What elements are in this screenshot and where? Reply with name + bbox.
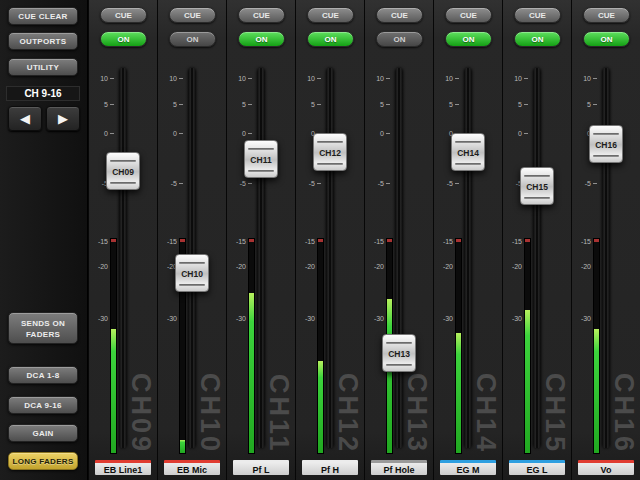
arrow-right-icon: ▶ <box>58 111 68 126</box>
channel-number-watermark: CH11 <box>263 374 294 454</box>
channel-number-watermark: CH14 <box>470 373 501 454</box>
fader-cap[interactable]: CH11 <box>244 140 278 178</box>
channel-number-watermark: CH09 <box>125 373 156 454</box>
long-faders-button[interactable]: LONG FADERS <box>8 452 78 470</box>
outports-button[interactable]: OUTPORTS <box>8 32 78 50</box>
scale-tick: -30 <box>230 315 246 322</box>
meter-peak-indicator <box>111 239 116 242</box>
channel-name-tag[interactable]: Pf H <box>302 460 358 475</box>
on-button[interactable]: ON <box>307 31 354 47</box>
fader-cap-label: CH10 <box>176 269 208 279</box>
scale-tick: -30 <box>575 315 591 322</box>
fader-cap[interactable]: CH16 <box>589 125 623 163</box>
meter-fill <box>249 293 254 454</box>
level-meter <box>593 238 600 454</box>
channel-strip: CUE ON 1050-5-15-20-30 CH12 CH12 Pf H <box>295 0 364 480</box>
meter-fill <box>180 440 185 453</box>
fader-cap-label: CH16 <box>590 140 622 150</box>
fader-cap[interactable]: CH13 <box>382 334 416 372</box>
dca-9-16-button[interactable]: DCA 9-16 <box>8 396 78 414</box>
on-button[interactable]: ON <box>514 31 561 47</box>
level-meter <box>248 238 255 454</box>
on-button[interactable]: ON <box>376 31 423 47</box>
scale-tick: -15 <box>161 238 177 245</box>
sends-on-faders-button[interactable]: SENDS ON FADERS <box>8 312 78 344</box>
on-button[interactable]: ON <box>445 31 492 47</box>
fader-cap-label: CH15 <box>521 182 553 192</box>
fader-cap[interactable]: CH15 <box>520 167 554 205</box>
scale-tick: 5 <box>437 101 453 108</box>
dca-1-8-button[interactable]: DCA 1-8 <box>8 366 78 384</box>
scale-tick: 0 <box>230 130 246 137</box>
scale-tick: 5 <box>230 101 246 108</box>
channel-name-tag[interactable]: EB Line1 <box>95 460 151 475</box>
scale-tick: 0 <box>368 130 384 137</box>
scale-tick: -5 <box>437 180 453 187</box>
cue-button[interactable]: CUE <box>376 7 423 23</box>
scale-tick: -5 <box>230 180 246 187</box>
on-button[interactable]: ON <box>238 31 285 47</box>
channel-name-tag[interactable]: EB Mic <box>164 460 220 475</box>
scale-tick: -5 <box>161 180 177 187</box>
channel-number-watermark: CH13 <box>401 373 432 454</box>
fader-cap[interactable]: CH10 <box>175 254 209 292</box>
cue-clear-button[interactable]: CUE CLEAR <box>8 7 78 25</box>
scale-tick: -30 <box>299 315 315 322</box>
scale-tick: -5 <box>299 180 315 187</box>
meter-fill <box>318 361 323 453</box>
channel-name-tag[interactable]: Pf L <box>233 460 289 475</box>
channel-name-tag[interactable]: EG L <box>509 460 565 475</box>
fader-cap[interactable]: CH14 <box>451 133 485 171</box>
meter-fill <box>387 299 392 453</box>
on-button[interactable]: ON <box>100 31 147 47</box>
cue-button[interactable]: CUE <box>583 7 630 23</box>
bank-next-button[interactable]: ▶ <box>46 106 80 131</box>
scale-tick: 5 <box>368 101 384 108</box>
fader-cap-label: CH11 <box>245 155 277 165</box>
cue-button[interactable]: CUE <box>169 7 216 23</box>
meter-peak-indicator <box>456 239 461 242</box>
scale-tick: -20 <box>92 263 108 270</box>
scale-tick: 5 <box>575 101 591 108</box>
cue-button[interactable]: CUE <box>238 7 285 23</box>
on-button[interactable]: ON <box>169 31 216 47</box>
channel-strip: CUE ON 1050-5-15-20-30 CH10 CH10 EB Mic <box>157 0 226 480</box>
scale-tick: -15 <box>230 238 246 245</box>
fader-cap[interactable]: CH12 <box>313 133 347 171</box>
cue-button[interactable]: CUE <box>514 7 561 23</box>
scale-tick: -15 <box>299 238 315 245</box>
channel-strip: CUE ON 1050-5-15-20-30 CH15 CH15 EG L <box>502 0 571 480</box>
scale-tick: -15 <box>506 238 522 245</box>
channel-strips: CUE ON 1050-5-15-20-30 CH09 CH09 EB Line… <box>88 0 640 480</box>
channel-name-tag[interactable]: Pf Hole <box>371 460 427 475</box>
scale-tick: -30 <box>437 315 453 322</box>
channel-name-tag[interactable]: EG M <box>440 460 496 475</box>
scale-tick: -30 <box>506 315 522 322</box>
meter-peak-indicator <box>387 239 392 242</box>
scale-tick: -15 <box>368 238 384 245</box>
scale-tick: 5 <box>299 101 315 108</box>
scale-tick: -15 <box>575 238 591 245</box>
scale-tick: 0 <box>92 130 108 137</box>
arrow-left-icon: ◀ <box>20 111 30 126</box>
fader-cap[interactable]: CH09 <box>106 152 140 190</box>
meter-peak-indicator <box>249 239 254 242</box>
channel-strip: CUE ON 1050-5-15-20-30 CH09 CH09 EB Line… <box>88 0 157 480</box>
cue-button[interactable]: CUE <box>100 7 147 23</box>
on-button[interactable]: ON <box>583 31 630 47</box>
meter-fill <box>111 329 116 453</box>
fader-cap-label: CH12 <box>314 148 346 158</box>
utility-button[interactable]: UTILITY <box>8 58 78 76</box>
bank-prev-button[interactable]: ◀ <box>8 106 42 131</box>
cue-button[interactable]: CUE <box>307 7 354 23</box>
level-meter <box>317 238 324 454</box>
gain-button[interactable]: GAIN <box>8 424 78 442</box>
cue-button[interactable]: CUE <box>445 7 492 23</box>
scale-tick: -20 <box>575 263 591 270</box>
scale-tick: -5 <box>575 180 591 187</box>
scale-tick: 10 <box>161 75 177 82</box>
channel-name-tag[interactable]: Vo <box>578 460 634 475</box>
channel-number-watermark: CH12 <box>332 373 363 454</box>
channel-number-watermark: CH15 <box>539 373 570 454</box>
meter-fill <box>594 329 599 453</box>
